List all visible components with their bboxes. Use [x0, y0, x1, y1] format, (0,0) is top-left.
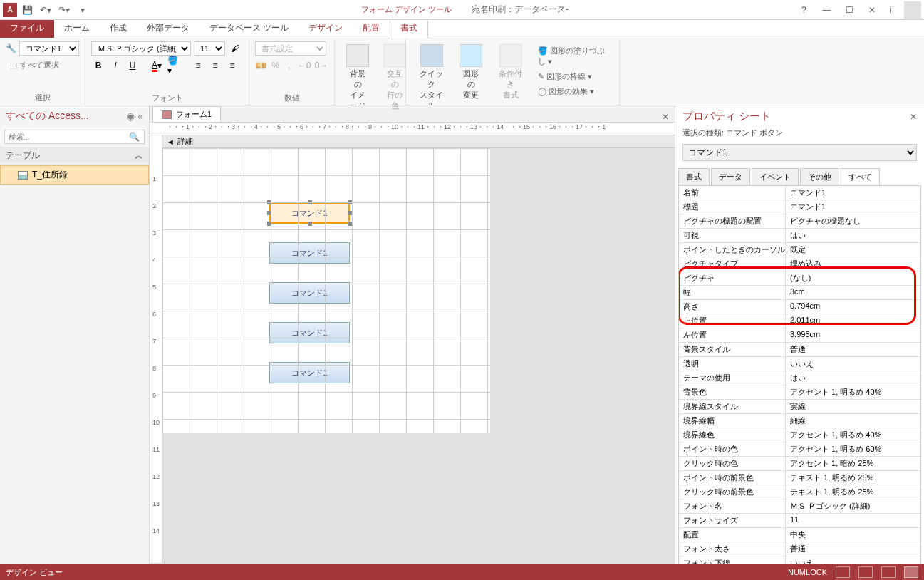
nav-dropdown-icon[interactable]: ◉ «	[126, 110, 143, 122]
prop-tab-data[interactable]: データ	[711, 168, 750, 185]
prop-row[interactable]: 上位置2.011cm	[679, 314, 920, 328]
prop-grid[interactable]: 名前コマンド1標題コマンド1ピクチャの標題の配置ピクチャの標題なし可視はいポイン…	[678, 186, 921, 564]
fill-color-icon[interactable]: 🪣▾	[167, 58, 181, 73]
shape-outline-button[interactable]: ✎ 図形の枠線 ▾	[534, 70, 614, 83]
prop-row[interactable]: 透明いいえ	[679, 357, 920, 371]
prop-value[interactable]: いいえ	[786, 556, 920, 564]
prop-value[interactable]: 普通	[786, 542, 920, 556]
prop-value[interactable]: 細線	[786, 414, 920, 428]
prop-tab-other[interactable]: その他	[800, 168, 839, 185]
view-design-icon[interactable]	[904, 566, 918, 578]
prop-value[interactable]: コマンド1	[786, 200, 920, 214]
shape-change-button[interactable]: 図形の 変更	[454, 41, 488, 103]
prop-row[interactable]: 配置中央	[679, 528, 920, 542]
prop-row[interactable]: 幅3cm	[679, 286, 920, 300]
bold-icon[interactable]: B	[91, 58, 105, 73]
font-color-icon[interactable]: A▾	[150, 58, 164, 73]
percent-icon[interactable]: %	[270, 58, 281, 73]
prop-row[interactable]: ポイントしたときのカーソル既定	[679, 243, 920, 257]
prop-value[interactable]: アクセント 1, 明るめ 40%	[786, 428, 920, 442]
prop-row[interactable]: フォント名ＭＳ Ｐゴシック (詳細)	[679, 499, 920, 514]
prop-value[interactable]: 埋め込み	[786, 257, 920, 271]
font-size-selector[interactable]: 11	[194, 41, 225, 56]
dec-decimal-icon[interactable]: 0→	[314, 58, 328, 73]
collapse-icon[interactable]: ︽	[135, 150, 143, 162]
help-icon[interactable]: ?	[794, 1, 814, 19]
align-center-icon[interactable]: ≡	[208, 58, 222, 73]
prop-value[interactable]: 実線	[786, 400, 920, 413]
prop-tab-all[interactable]: すべて	[841, 168, 880, 185]
shape-effects-button[interactable]: ◯ 図形の効果 ▾	[534, 85, 614, 98]
currency-icon[interactable]: 💴	[255, 58, 267, 73]
select-all-button[interactable]: ⬚すべて選択	[6, 58, 79, 72]
comma-icon[interactable]: ,	[284, 58, 294, 73]
prop-row[interactable]: フォント太さ普通	[679, 542, 920, 556]
save-icon[interactable]: 💾	[19, 1, 36, 19]
prop-value[interactable]: (なし)	[786, 271, 920, 285]
view-layout-icon[interactable]	[881, 566, 896, 578]
redo-icon[interactable]: ↷▾	[56, 1, 73, 19]
prop-value[interactable]: アクセント 1, 明るめ 40%	[786, 385, 920, 399]
nav-title[interactable]: すべての Access...	[6, 110, 89, 123]
minimize-icon[interactable]: —	[816, 1, 836, 19]
prop-value[interactable]: コマンド1	[786, 186, 920, 200]
prop-row[interactable]: ピクチャ(なし)	[679, 271, 920, 286]
prop-value[interactable]: アクセント 1, 明るめ 60%	[786, 442, 920, 456]
view-datasheet-icon[interactable]	[858, 566, 873, 578]
prop-value[interactable]: ＭＳ Ｐゴシック (詳細)	[786, 499, 920, 513]
shape-fill-button[interactable]: 🪣 図形の塗りつぶし ▾	[534, 44, 614, 68]
number-format-selector[interactable]: 書式設定	[255, 41, 326, 56]
prop-row[interactable]: 標題コマンド1	[679, 200, 920, 214]
close-icon[interactable]: ✕	[862, 1, 882, 19]
prop-value[interactable]: はい	[786, 371, 920, 385]
underline-icon[interactable]: U	[125, 58, 140, 73]
command-button-4[interactable]: コマンド1	[269, 322, 350, 343]
doc-close-icon[interactable]: ✕	[656, 112, 675, 122]
search-icon[interactable]: 🔍	[125, 130, 144, 143]
prop-tab-event[interactable]: イベント	[752, 168, 799, 185]
design-surface[interactable]: コマンド1 コマンド1 コマンド1 コマンド1 コマンド1	[162, 148, 490, 433]
tab-create[interactable]: 作成	[100, 19, 137, 38]
doc-tab-form1[interactable]: フォーム1	[152, 106, 221, 122]
prop-row[interactable]: 背景色アクセント 1, 明るめ 40%	[679, 385, 920, 400]
prop-row[interactable]: 可視はい	[679, 229, 920, 243]
cond-format-button[interactable]: 条件付き 書式	[491, 41, 530, 103]
prop-tab-format[interactable]: 書式	[678, 168, 710, 185]
object-selector[interactable]: コマンド1	[19, 41, 79, 56]
maximize-icon[interactable]: ☐	[839, 1, 859, 19]
prop-row[interactable]: 境界線色アクセント 1, 明るめ 40%	[679, 428, 920, 442]
tab-external[interactable]: 外部データ	[137, 19, 199, 38]
prop-row[interactable]: クリック時の前景色テキスト 1, 明るめ 25%	[679, 485, 920, 499]
prop-value[interactable]: いいえ	[786, 357, 920, 371]
command-button-3[interactable]: コマンド1	[269, 282, 350, 304]
prop-value[interactable]: テキスト 1, 明るめ 25%	[786, 485, 920, 499]
prop-value[interactable]: 0.794cm	[786, 300, 920, 314]
detail-section-bar[interactable]: ◄詳細	[150, 135, 675, 148]
italic-icon[interactable]: I	[108, 58, 123, 73]
prop-row[interactable]: 境界線幅細線	[679, 414, 920, 428]
prop-row[interactable]: 高さ0.794cm	[679, 300, 920, 314]
prop-row[interactable]: ポイント時の前景色テキスト 1, 明るめ 25%	[679, 471, 920, 485]
alt-row-button[interactable]: 交互の 行の色	[378, 41, 412, 114]
prop-row[interactable]: ポイント時の色アクセント 1, 明るめ 60%	[679, 442, 920, 457]
search-input[interactable]	[5, 130, 125, 143]
prop-object-selector[interactable]: コマンド1	[682, 144, 917, 161]
prop-row[interactable]: クリック時の色アクセント 1, 暗め 25%	[679, 457, 920, 471]
bg-image-button[interactable]: 背景の イメージ	[341, 41, 375, 114]
prop-value[interactable]: 普通	[786, 343, 920, 356]
prop-close-icon[interactable]: ✕	[910, 112, 917, 122]
command-button-2[interactable]: コマンド1	[269, 242, 350, 264]
nav-search[interactable]: 🔍	[4, 130, 145, 144]
inc-decimal-icon[interactable]: ←0	[297, 58, 311, 73]
prop-value[interactable]: アクセント 1, 暗め 25%	[786, 457, 920, 470]
align-right-icon[interactable]: ≡	[225, 58, 239, 73]
user-avatar[interactable]	[904, 1, 921, 19]
quick-style-button[interactable]: クイック スタイル	[412, 41, 451, 114]
prop-row[interactable]: 背景スタイル普通	[679, 343, 920, 357]
prop-value[interactable]: はい	[786, 229, 920, 242]
prop-row[interactable]: 境界線スタイル実線	[679, 400, 920, 414]
prop-row[interactable]: フォントサイズ11	[679, 514, 920, 528]
prop-value[interactable]: 中央	[786, 528, 920, 542]
prop-value[interactable]: 3.995cm	[786, 328, 920, 342]
prop-row[interactable]: 左位置3.995cm	[679, 328, 920, 343]
